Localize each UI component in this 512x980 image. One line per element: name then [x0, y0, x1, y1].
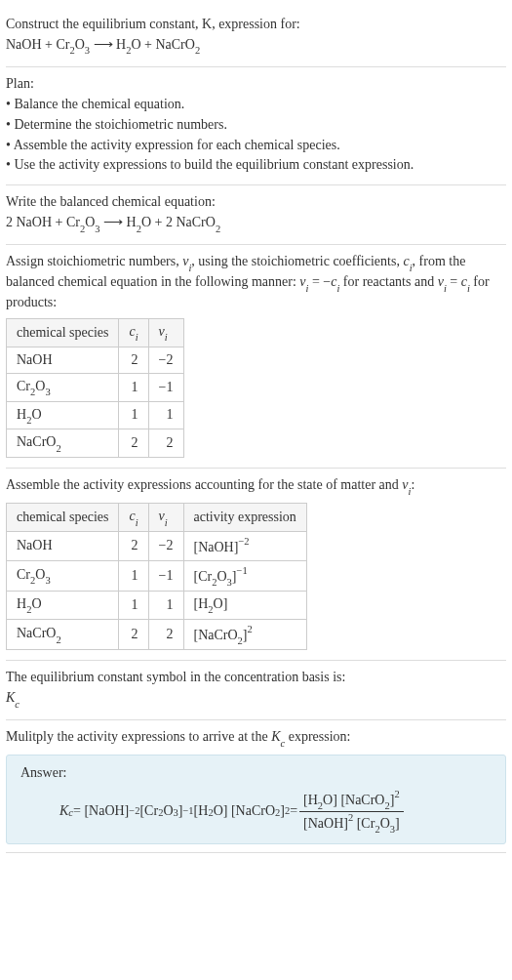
eq-part: NaOH + Cr	[6, 37, 69, 52]
plan-bullet-3: • Assemble the activity expression for e…	[6, 137, 506, 155]
expr-sub: 2	[384, 800, 389, 811]
eq-part: O + 2 NaCrO	[141, 215, 216, 229]
text-part: Assign stoichiometric numbers,	[6, 254, 182, 268]
symbol-section: The equilibrium constant symbol in the c…	[6, 661, 506, 720]
text-part: = −	[308, 274, 331, 289]
cell-species: Cr2O3	[7, 560, 119, 591]
stoich-table: chemical species ci νi NaOH 2 −2 Cr2O3 1…	[6, 318, 184, 458]
expr-part: [NaOH]	[303, 815, 348, 830]
cell-species: NaOH	[7, 347, 119, 373]
text-part: Assemble the activity expressions accoun…	[6, 477, 402, 492]
multiply-section: Mulitply the activity expressions to arr…	[6, 720, 506, 853]
expr-sub: 2	[208, 604, 213, 615]
cell-species: Cr2O3	[7, 373, 119, 401]
expr-sub: 3	[174, 807, 178, 818]
sub-symbol: i	[467, 283, 470, 294]
species-sub: 2	[30, 387, 35, 397]
expr-part: [NaCrO	[194, 628, 238, 642]
table-row: NaCrO2 2 2	[7, 429, 184, 458]
text-part: , using the stoichiometric coefficients,	[191, 254, 403, 268]
balanced-equation: 2 NaOH + Cr2O3 ⟶ H2O + 2 NaCrO2	[6, 214, 506, 234]
text-part: :	[411, 477, 414, 492]
intro-prompt: Construct the equilibrium constant, K, e…	[6, 16, 506, 34]
th-activity: activity expression	[183, 504, 306, 532]
species-text: O	[35, 379, 45, 393]
expr-sub: 2	[212, 577, 217, 588]
intro-equation: NaOH + Cr2O3 ⟶ H2O + NaCrO2	[6, 36, 506, 57]
balanced-heading: Write the balanced chemical equation:	[6, 193, 506, 212]
eq-arrow: ⟶ H	[90, 37, 126, 52]
table-row: NaOH 2 −2 [NaOH]−2	[7, 531, 307, 560]
cell-nu: 1	[148, 401, 183, 429]
cell-species: NaOH	[7, 531, 119, 560]
species-sub: 3	[45, 387, 50, 397]
th-ci: ci	[119, 319, 148, 347]
expr-part: ]	[395, 815, 400, 830]
cell-nu: 1	[148, 592, 183, 620]
italic-symbol: c	[129, 324, 135, 339]
plan-bullet-2: • Determine the stoichiometric numbers.	[6, 116, 506, 135]
cell-species: NaCrO2	[7, 429, 119, 458]
species-text: O	[31, 596, 41, 611]
cell-nu: 2	[148, 619, 183, 649]
species-text: H	[17, 407, 26, 422]
expr-sub: 2	[318, 800, 323, 811]
italic-symbol: ν	[402, 477, 408, 492]
intro-section: Construct the equilibrium constant, K, e…	[6, 8, 506, 67]
sub-symbol: c	[281, 738, 286, 749]
cell-species: H2O	[7, 592, 119, 620]
th-nu: νi	[148, 319, 183, 347]
cell-nu: −2	[148, 531, 183, 560]
plan-bullet-1: • Balance the chemical equation.	[6, 96, 506, 114]
species-text: Cr	[17, 379, 30, 393]
expr-part: O	[380, 815, 390, 830]
cell-ci: 1	[119, 401, 148, 429]
eq-sub: 2	[126, 45, 131, 56]
expr-sup: −2	[129, 805, 139, 816]
expr-sub: 2	[208, 807, 213, 818]
fraction-numerator: [H2O] [NaCrO2]2	[299, 789, 404, 811]
cell-nu: −1	[148, 373, 183, 401]
eq-arrow: ⟶ H	[100, 215, 137, 229]
th-nu: νi	[148, 504, 183, 532]
expr-part: ]	[243, 628, 248, 642]
expr-sub: 3	[227, 577, 232, 588]
th-ci: ci	[119, 504, 148, 532]
eq-part: O + NaCrO	[131, 37, 194, 52]
expr-part: [Cr	[353, 815, 374, 830]
eq-part: 2 NaOH + Cr	[6, 215, 80, 229]
sub-symbol: i	[306, 283, 309, 294]
sub-symbol: i	[136, 332, 138, 343]
expr-part: [H	[194, 803, 209, 819]
italic-symbol: c	[403, 254, 409, 268]
cell-activity: [Cr2O3]−1	[183, 560, 306, 591]
plan-bullet-4: • Use the activity expressions to build …	[6, 156, 506, 175]
expr-part: = [NaOH]	[73, 803, 129, 819]
symbol-kc: Kc	[6, 689, 506, 710]
eq-sub: 2	[80, 224, 85, 234]
intro-prompt-text: Construct the equilibrium constant, K, e…	[6, 17, 300, 31]
eq-sub: 3	[95, 224, 99, 234]
species-text: O	[35, 567, 45, 582]
eq-part: O	[75, 37, 85, 52]
table-header-row: chemical species ci νi activity expressi…	[7, 504, 307, 532]
eq-sub: 2	[195, 45, 200, 56]
plan-heading: Plan:	[6, 75, 506, 94]
plan-section: Plan: • Balance the chemical equation. •…	[6, 67, 506, 185]
italic-symbol: K	[59, 803, 68, 819]
fraction: [H2O] [NaCrO2]2 [NaOH]2 [Cr2O3]	[299, 789, 404, 834]
stoich-paragraph: Assign stoichiometric numbers, νi, using…	[6, 253, 506, 312]
activity-table: chemical species ci νi activity expressi…	[6, 503, 307, 650]
table-row: H2O 1 1 [H2O]	[7, 592, 307, 620]
species-sub: 2	[56, 634, 60, 645]
table-row: H2O 1 1	[7, 401, 184, 429]
expr-sup: −1	[236, 565, 247, 576]
cell-ci: 2	[119, 531, 148, 560]
cell-species: H2O	[7, 401, 119, 429]
cell-activity: [NaCrO2]2	[183, 619, 306, 649]
expr-sup: −2	[238, 536, 249, 547]
th-species: chemical species	[7, 319, 119, 347]
cell-activity: [H2O]	[183, 592, 306, 620]
expr-sub: 2	[275, 807, 280, 818]
italic-symbol: ν	[159, 509, 165, 523]
